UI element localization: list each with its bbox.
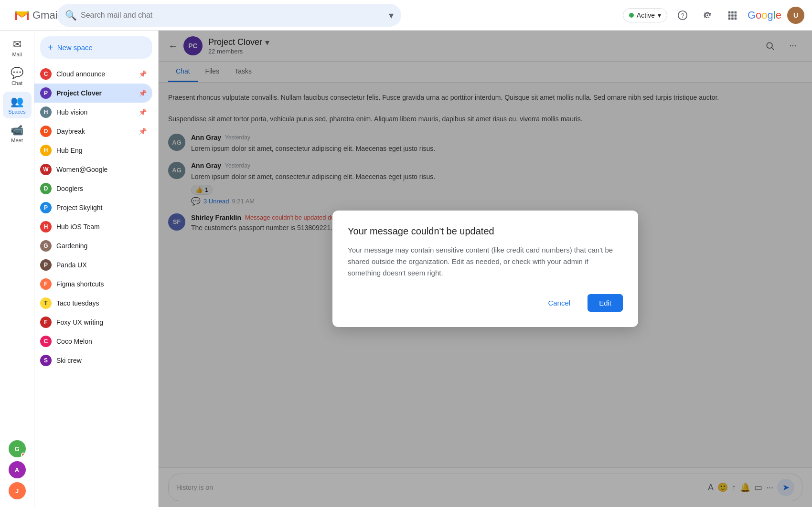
chat-area: ← PC Project Clover ▾ 22 members Chat [159,31,812,507]
space-name: Gardening [56,242,147,250]
new-space-button[interactable]: + New space [40,36,152,59]
space-item-project-skylight[interactable]: P Project Skylight [34,198,152,217]
status-dot [629,13,634,18]
sidebar-item-chat[interactable]: 💬 Chat [3,63,32,90]
space-name: Figma shortcuts [56,280,147,288]
topbar: Gmail 🔍 ▾ Active ▾ ? [0,0,812,31]
space-name: Women@Google [56,166,147,173]
space-name: Ski crew [56,357,147,364]
space-item-foxy-ux[interactable]: F Foxy UX writing [34,313,152,332]
space-avatar: W [40,164,52,175]
svg-rect-9 [731,11,734,13]
sidebar-item-mail[interactable]: ✉ Mail [3,34,32,61]
space-avatar: P [40,202,52,213]
space-avatar: F [40,317,52,328]
space-avatar: S [40,355,52,366]
space-name: Project Clover [56,89,134,97]
spaces-sidebar: + New space C Cloud announce 📌 P Project… [34,31,159,507]
help-icon: ? [677,10,688,21]
grid-icon [727,10,737,21]
space-item-panda-ux[interactable]: P Panda UX [34,255,152,275]
bottom-avatars: G A J [9,440,26,503]
space-item-taco-tuesdays[interactable]: T Taco tuesdays [34,294,152,313]
space-name: Hub vision [56,108,134,116]
space-name: Cloud announce [56,70,134,78]
gmail-logo: Gmail [13,7,60,24]
space-item-daybreak[interactable]: D Daybreak 📌 [34,122,152,141]
space-name: Dooglers [56,185,147,192]
space-item-hub-vision[interactable]: H Hub vision 📌 [34,103,152,122]
svg-rect-5 [27,11,29,12]
search-icon: 🔍 [65,10,77,21]
gmail-text: Gmail [32,9,60,21]
space-item-hub-ios[interactable]: H Hub iOS Team [34,217,152,236]
modal-title: Your message couldn't be updated [348,226,623,237]
space-avatar: D [40,183,52,194]
modal-actions: Cancel Edit [348,294,623,312]
space-name: Taco tuesdays [56,299,147,307]
settings-icon [702,10,713,21]
bottom-avatar-2[interactable]: A [9,461,26,478]
search-dropdown-icon[interactable]: ▾ [389,10,394,21]
sidebar-item-spaces[interactable]: 👥 Spaces [3,92,32,118]
space-item-hub-eng[interactable]: H Hub Eng [34,141,152,160]
space-item-gardening[interactable]: G Gardening [34,236,152,255]
space-avatar: P [40,259,52,271]
modal-dialog: Your message couldn't be updated Your me… [332,211,638,327]
space-avatar: H [40,145,52,156]
space-item-project-clover[interactable]: P Project Clover 📌 [34,84,152,103]
search-bar[interactable]: 🔍 ▾ [57,4,401,27]
space-avatar: D [40,126,52,137]
svg-text:?: ? [681,11,684,19]
modal-cancel-button[interactable]: Cancel [536,294,582,312]
space-name: Panda UX [56,261,147,269]
left-nav: ✉ Mail 💬 Chat 👥 Spaces 📹 Meet G A J [0,31,34,507]
new-space-label: New space [57,43,93,52]
space-name: Hub Eng [56,147,147,154]
space-avatar: G [40,240,52,252]
main-layout: ✉ Mail 💬 Chat 👥 Spaces 📹 Meet G A J [0,31,812,507]
plus-icon: + [48,42,53,53]
space-name: Coco Melon [56,338,147,345]
chat-nav-icon: 💬 [11,67,23,79]
user-avatar[interactable]: U [787,7,804,24]
sidebar-item-meet[interactable]: 📹 Meet [3,120,32,147]
space-item-cloud-announce[interactable]: C Cloud announce 📌 [34,64,152,84]
space-avatar: H [40,106,52,118]
status-badge[interactable]: Active ▾ [623,8,667,22]
modal-edit-button[interactable]: Edit [588,294,623,312]
grid-button[interactable] [723,6,742,25]
gmail-m-icon [13,7,31,24]
svg-rect-11 [728,14,731,17]
pin-icon: 📌 [139,127,147,135]
mail-icon: ✉ [13,38,21,51]
notification-dot [21,453,26,457]
bottom-avatar-1[interactable]: G [9,440,26,457]
pin-icon: 📌 [139,108,147,116]
search-input[interactable] [81,11,385,20]
space-name: Project Skylight [56,204,147,211]
space-avatar: C [40,68,52,80]
svg-rect-15 [731,17,734,20]
bottom-avatar-3[interactable]: J [9,482,26,499]
svg-rect-14 [728,17,731,20]
space-avatar: C [40,336,52,347]
modal-overlay: Your message couldn't be updated Your me… [159,31,812,507]
status-chevron-icon: ▾ [658,11,661,19]
google-logo: Google [748,9,781,21]
space-item-figma-shortcuts[interactable]: F Figma shortcuts [34,275,152,294]
space-item-women-google[interactable]: W Women@Google [34,160,152,179]
svg-rect-8 [728,11,731,13]
pin-icon: 📌 [139,89,147,97]
space-item-coco-melon[interactable]: C Coco Melon [34,332,152,351]
help-button[interactable]: ? [673,6,692,25]
space-item-dooglers[interactable]: D Dooglers [34,179,152,198]
space-avatar: P [40,87,52,99]
space-item-ski-crew[interactable]: S Ski crew [34,351,152,370]
pin-icon: 📌 [139,70,147,78]
settings-button[interactable] [698,6,717,25]
topbar-right: Active ▾ ? Google U [623,6,804,25]
svg-rect-12 [731,14,734,17]
svg-rect-13 [735,14,737,17]
space-avatar: T [40,297,52,309]
